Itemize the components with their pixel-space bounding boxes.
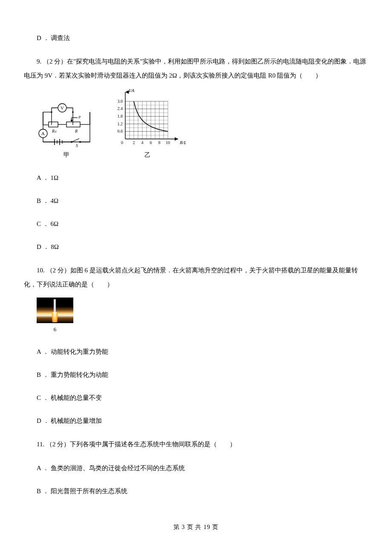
rocket-image (37, 298, 73, 323)
q8-option-d[interactable]: D ． 调查法 (37, 32, 368, 44)
ammeter-label: A (41, 131, 45, 136)
graph-caption: 乙 (144, 149, 150, 161)
svg-marker-10 (70, 120, 73, 122)
svg-text:1.8: 1.8 (118, 114, 123, 119)
svg-text:6: 6 (150, 140, 152, 145)
svg-text:3.0: 3.0 (118, 99, 123, 104)
graph-chart: 2468100.61.21.82.43.0 I/A R/Ω 0 乙 (109, 89, 186, 161)
s-label: S (76, 143, 78, 148)
q10-option-c[interactable]: C ． 机械能的总量不变 (37, 391, 368, 404)
svg-text:R/Ω: R/Ω (179, 140, 186, 145)
q9-option-d[interactable]: D ． 8Ω (37, 240, 368, 253)
rocket-figure: 6 (37, 298, 73, 335)
svg-point-4 (51, 111, 52, 113)
q10-stem: 10. （2 分）如图 6 是运载火箭点火起飞的情景．在火箭离地升空的过程中，关… (24, 263, 368, 292)
svg-rect-6 (49, 122, 58, 127)
rocket-caption: 6 (37, 324, 73, 335)
svg-text:0: 0 (121, 140, 123, 145)
q9-option-b[interactable]: B ． 4Ω (37, 194, 368, 207)
q9-stem: 9. （2 分）在"探究电流与电阻的关系"实验中，利用如图甲所示电路，得到如图乙… (24, 55, 368, 83)
svg-point-5 (72, 111, 74, 113)
svg-text:8: 8 (159, 140, 161, 145)
q10-option-d[interactable]: D ． 机械能的总量增加 (37, 414, 368, 427)
circuit-caption: 甲 (63, 149, 69, 161)
svg-text:2.4: 2.4 (118, 106, 123, 111)
q11-option-a[interactable]: A ． 鱼类的洄游、鸟类的迁徙会经过不同的生态系统 (37, 462, 368, 474)
q9-option-a[interactable]: A ． 1Ω (37, 171, 368, 184)
q10-option-a[interactable]: A ． 动能转化为重力势能 (37, 345, 368, 358)
voltmeter-label: V (61, 105, 64, 110)
p-label: P (78, 115, 81, 119)
q11-stem: 11. （2 分）下列各项中属于描述各生态系统中生物间联系的是（ ） (24, 437, 368, 451)
q11-option-b[interactable]: B ． 阳光普照于所有的生态系统 (37, 485, 368, 497)
svg-text:I/A: I/A (128, 89, 135, 93)
circuit-diagram: V R₀ R P (37, 101, 96, 161)
svg-rect-8 (66, 122, 80, 127)
r0-label: R₀ (52, 129, 57, 133)
svg-text:1.2: 1.2 (118, 121, 123, 126)
r-label: R (75, 129, 78, 133)
q10-option-b[interactable]: B ． 重力势能转化为动能 (37, 368, 368, 381)
svg-text:0.6: 0.6 (118, 129, 123, 133)
svg-text:2: 2 (133, 140, 135, 145)
svg-text:10: 10 (166, 140, 170, 145)
page-footer: 第 3 页 共 19 页 (24, 521, 368, 533)
q9-option-c[interactable]: C ． 6Ω (37, 217, 368, 230)
svg-text:4: 4 (141, 140, 144, 145)
q9-figures: V R₀ R P (37, 89, 368, 161)
svg-line-24 (72, 139, 79, 142)
